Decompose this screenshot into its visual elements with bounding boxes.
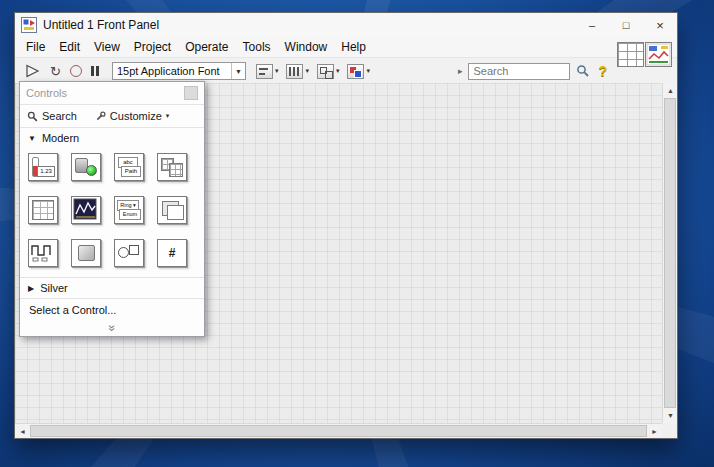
horizontal-scrollbar[interactable]: ◄ ►	[15, 423, 662, 438]
path-glyph: Path	[121, 166, 141, 177]
title-bar[interactable]: Untitled 1 Front Panel – □ ×	[15, 13, 677, 37]
window-title: Untitled 1 Front Panel	[43, 18, 159, 32]
vi-icon-art	[646, 43, 671, 66]
menu-bar: File Edit View Project Operate Tools Win…	[15, 37, 677, 58]
font-selector-caret-icon: ▼	[231, 63, 245, 79]
palette-toolbar: Search Customize ▾	[20, 104, 204, 128]
labview-front-panel-window: Untitled 1 Front Panel – □ × File Edit V…	[14, 12, 678, 439]
palette-customize-button[interactable]: Customize	[110, 110, 162, 122]
palette-row: #	[25, 239, 202, 267]
palette-numeric-icon[interactable]: 1.23	[28, 153, 58, 181]
controls-palette: Controls Search Customize ▾ ▼ Mo	[19, 81, 205, 337]
maximize-button[interactable]: □	[609, 13, 643, 37]
palette-expand-button[interactable]: »	[20, 320, 204, 336]
scroll-up-icon[interactable]: ▲	[663, 83, 678, 98]
palette-section-modern[interactable]: ▼ Modern	[20, 128, 204, 148]
container-front-glyph	[167, 205, 184, 220]
font-selector-value: 15pt Application Font	[117, 65, 220, 77]
search-input[interactable]	[468, 63, 570, 80]
section-label: Silver	[40, 282, 68, 294]
section-label: Modern	[42, 132, 79, 144]
refnum-glyph: #	[158, 240, 186, 266]
scroll-right-icon[interactable]: ►	[647, 424, 662, 439]
palette-search-button[interactable]: Search	[42, 110, 77, 122]
menu-help[interactable]: Help	[334, 38, 373, 56]
enum-glyph: Enum	[119, 209, 141, 220]
palette-variant-class-icon[interactable]	[71, 239, 101, 267]
reorder-dropdown[interactable]: ▾	[347, 64, 370, 79]
palette-containers-icon[interactable]	[157, 196, 187, 224]
select-a-control-item[interactable]: Select a Control...	[20, 298, 204, 320]
palette-boolean-icon[interactable]	[71, 153, 101, 181]
table-glyph	[32, 200, 54, 220]
reorder-icon	[347, 64, 364, 79]
labview-app-icon	[21, 17, 37, 33]
chevron-down-icon: ▾	[275, 67, 279, 75]
palette-section-silver[interactable]: ▶ Silver	[20, 277, 204, 298]
desktop-background: Untitled 1 Front Panel – □ × File Edit V…	[0, 0, 714, 467]
menu-operate[interactable]: Operate	[178, 38, 235, 56]
connector-pane-icon[interactable]	[617, 42, 644, 67]
menu-project[interactable]: Project	[127, 38, 178, 56]
toolbar-extension-chevron-icon[interactable]: ▸	[458, 66, 463, 76]
scroll-left-icon[interactable]: ◄	[15, 424, 30, 439]
menu-view[interactable]: View	[87, 38, 127, 56]
palette-array-matrix-cluster-icon[interactable]	[157, 153, 187, 181]
chevron-down-icon: ▾	[305, 67, 309, 75]
palette-refnum-icon[interactable]: #	[157, 239, 187, 267]
pause-icon	[91, 66, 99, 76]
led-glyph	[86, 165, 97, 176]
search-icon[interactable]	[576, 64, 590, 78]
palette-header[interactable]: Controls	[20, 82, 204, 104]
continuous-run-icon: ↻	[50, 65, 61, 78]
triangle-down-icon: ▼	[28, 134, 36, 143]
horizontal-scroll-thumb[interactable]	[30, 425, 647, 437]
run-button[interactable]	[25, 64, 41, 78]
palette-list-table-tree-icon[interactable]	[28, 196, 58, 224]
resize-objects-dropdown[interactable]: ▾	[317, 64, 340, 79]
palette-row: Ring ▾ Enum	[25, 196, 202, 224]
chevron-down-icon: ▾	[166, 112, 170, 120]
palette-row: 1.23 abc Path	[25, 153, 202, 181]
minimize-button[interactable]: –	[575, 13, 609, 37]
waveform-glyph	[72, 197, 98, 221]
double-chevron-down-icon: »	[106, 325, 118, 332]
abort-icon	[70, 65, 82, 77]
palette-string-path-icon[interactable]: abc Path	[114, 153, 144, 181]
close-button[interactable]: ×	[643, 13, 677, 37]
palette-pin-button[interactable]	[184, 86, 198, 100]
square-glyph	[129, 245, 139, 255]
wrench-icon	[95, 111, 106, 122]
font-selector[interactable]: 15pt Application Font ▼	[112, 62, 246, 80]
palette-graph-icon[interactable]	[71, 196, 101, 224]
numeric-value-glyph: 1.23	[37, 166, 55, 177]
help-button[interactable]: ?	[598, 63, 607, 79]
run-arrow-icon	[25, 64, 41, 78]
menu-tools[interactable]: Tools	[236, 38, 278, 56]
palette-decorations-icon[interactable]	[114, 239, 144, 267]
abort-button[interactable]	[70, 65, 82, 77]
palette-ring-enum-icon[interactable]: Ring ▾ Enum	[114, 196, 144, 224]
matrix-grid-glyph	[169, 163, 183, 177]
resize-objects-icon	[317, 64, 334, 79]
align-objects-dropdown[interactable]: ▾	[256, 64, 279, 79]
distribute-objects-dropdown[interactable]: ▾	[286, 64, 309, 79]
vertical-scrollbar[interactable]: ▲ ▼	[662, 83, 677, 423]
menu-window[interactable]: Window	[278, 38, 335, 56]
circle-glyph	[118, 247, 129, 258]
menu-edit[interactable]: Edit	[52, 38, 87, 56]
run-continuous-button[interactable]: ↻	[50, 65, 61, 78]
align-objects-icon	[256, 64, 273, 79]
vi-icon[interactable]	[645, 42, 672, 67]
select-a-control-label: Select a Control...	[29, 304, 116, 316]
menu-file[interactable]: File	[19, 38, 52, 56]
vertical-scroll-thumb[interactable]	[664, 98, 676, 408]
palette-title: Controls	[26, 87, 67, 99]
scroll-down-icon[interactable]: ▼	[663, 408, 678, 423]
palette-icon-grid: 1.23 abc Path	[20, 148, 204, 277]
scrollbar-corner	[662, 423, 677, 438]
distribute-objects-icon	[286, 64, 303, 79]
pause-button[interactable]	[91, 66, 99, 76]
chevron-down-icon: ▾	[366, 67, 370, 75]
palette-io-icon[interactable]	[28, 239, 58, 267]
